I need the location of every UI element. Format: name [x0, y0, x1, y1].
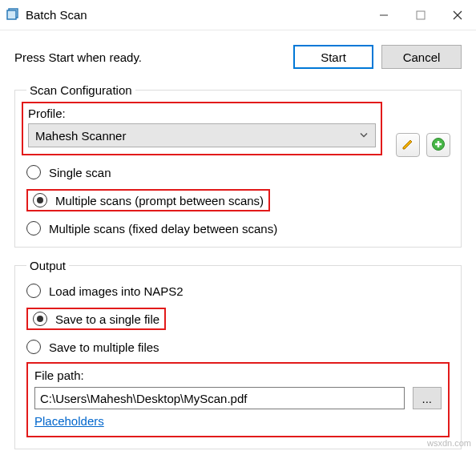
radio-multiple-fixed[interactable]: Multiple scans (fixed delay between scan… — [26, 221, 450, 236]
placeholders-link[interactable]: Placeholders — [34, 414, 104, 428]
filepath-value: C:\Users\Mahesh\Desktop\MyScan.pdf — [40, 392, 247, 405]
filepath-label: File path: — [34, 368, 442, 382]
titlebar: Batch Scan — [0, 0, 476, 30]
pencil-icon — [401, 137, 415, 154]
radio-single-scan[interactable]: Single scan — [26, 165, 450, 179]
radio-label: Save to multiple files — [49, 340, 159, 354]
status-message: Press Start when ready. — [14, 50, 285, 64]
output-legend: Output — [26, 259, 69, 272]
profile-select[interactable]: Mahesh Scanner — [28, 123, 376, 147]
svg-rect-3 — [417, 11, 425, 19]
profile-label: Profile: — [28, 107, 376, 120]
app-icon — [6, 6, 21, 23]
maximize-button[interactable] — [402, 0, 439, 30]
radio-label: Load images into NAPS2 — [49, 284, 184, 298]
window-title: Batch Scan — [26, 8, 365, 22]
radio-save-multiple[interactable]: Save to multiple files — [26, 340, 450, 354]
radio-icon — [33, 312, 47, 326]
start-button[interactable]: Start — [293, 45, 373, 69]
radio-label: Multiple scans (fixed delay between scan… — [49, 222, 277, 236]
close-button[interactable] — [439, 0, 476, 30]
filepath-input[interactable]: C:\Users\Mahesh\Desktop\MyScan.pdf — [34, 387, 405, 409]
output-group: Output Load images into NAPS2 Save to a … — [14, 259, 462, 449]
plus-icon — [431, 137, 446, 154]
radio-label: Multiple scans (prompt between scans) — [55, 194, 264, 207]
svg-marker-6 — [403, 140, 412, 149]
radio-label: Single scan — [49, 166, 111, 179]
radio-save-single[interactable]: Save to a single file — [26, 308, 166, 330]
svg-rect-1 — [7, 10, 16, 19]
cancel-button[interactable]: Cancel — [381, 45, 462, 69]
radio-load-images[interactable]: Load images into NAPS2 — [26, 284, 450, 298]
radio-icon — [26, 340, 41, 354]
radio-icon — [26, 284, 41, 298]
radio-icon — [26, 165, 41, 179]
scan-configuration-group: Scan Configuration Profile: Mahesh Scann… — [14, 83, 462, 248]
radio-icon — [33, 193, 47, 207]
edit-profile-button[interactable] — [396, 133, 420, 157]
scan-configuration-legend: Scan Configuration — [26, 83, 135, 97]
radio-multiple-prompt[interactable]: Multiple scans (prompt between scans) — [26, 189, 270, 211]
profile-select-value: Mahesh Scanner — [35, 129, 126, 143]
minimize-button[interactable] — [365, 0, 402, 30]
browse-label: ... — [422, 392, 433, 405]
add-profile-button[interactable] — [426, 133, 450, 157]
watermark: wsxdn.com — [427, 438, 471, 448]
chevron-down-icon — [359, 129, 369, 143]
browse-button[interactable]: ... — [413, 387, 442, 409]
radio-label: Save to a single file — [55, 312, 159, 326]
radio-icon — [26, 221, 41, 236]
